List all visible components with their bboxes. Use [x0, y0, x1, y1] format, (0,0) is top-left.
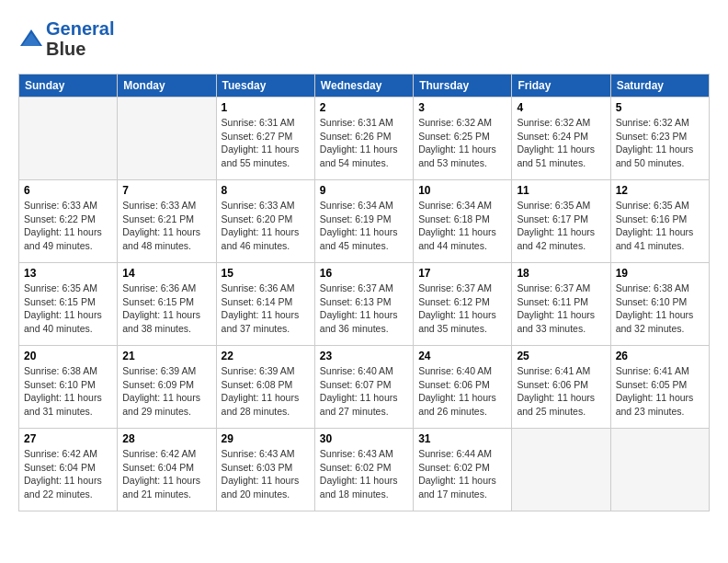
day-info: Sunrise: 6:33 AMSunset: 6:21 PMDaylight:…	[122, 199, 210, 253]
day-info: Sunrise: 6:33 AMSunset: 6:22 PMDaylight:…	[24, 199, 112, 253]
calendar-table: SundayMondayTuesdayWednesdayThursdayFrid…	[18, 74, 710, 511]
day-cell: 22Sunrise: 6:39 AMSunset: 6:08 PMDayligh…	[216, 346, 314, 429]
day-number: 16	[320, 267, 408, 280]
day-number: 24	[418, 350, 506, 362]
day-number: 25	[517, 350, 605, 362]
day-number: 30	[320, 432, 408, 445]
day-cell	[610, 429, 709, 511]
day-number: 5	[616, 101, 704, 114]
day-info: Sunrise: 6:41 AMSunset: 6:06 PMDaylight:…	[517, 364, 605, 419]
day-info: Sunrise: 6:35 AMSunset: 6:15 PMDaylight:…	[24, 282, 112, 336]
day-cell: 25Sunrise: 6:41 AMSunset: 6:06 PMDayligh…	[512, 346, 610, 429]
weekday-header-thursday: Thursday	[414, 75, 512, 98]
day-info: Sunrise: 6:38 AMSunset: 6:10 PMDaylight:…	[616, 282, 704, 336]
day-number: 31	[418, 432, 506, 445]
weekday-header-monday: Monday	[118, 75, 216, 98]
day-cell: 29Sunrise: 6:43 AMSunset: 6:03 PMDayligh…	[216, 429, 314, 511]
day-cell: 3Sunrise: 6:32 AMSunset: 6:25 PMDaylight…	[414, 98, 512, 180]
day-cell: 17Sunrise: 6:37 AMSunset: 6:12 PMDayligh…	[414, 263, 512, 346]
day-cell: 21Sunrise: 6:39 AMSunset: 6:09 PMDayligh…	[118, 346, 216, 429]
day-cell: 26Sunrise: 6:41 AMSunset: 6:05 PMDayligh…	[610, 346, 709, 429]
day-info: Sunrise: 6:31 AMSunset: 6:27 PMDaylight:…	[222, 116, 310, 170]
day-cell: 7Sunrise: 6:33 AMSunset: 6:21 PMDaylight…	[118, 180, 216, 263]
day-cell: 20Sunrise: 6:38 AMSunset: 6:10 PMDayligh…	[19, 346, 118, 429]
day-number: 7	[122, 184, 210, 197]
weekday-header-row: SundayMondayTuesdayWednesdayThursdayFrid…	[19, 75, 710, 98]
day-number: 1	[222, 101, 310, 114]
day-info: Sunrise: 6:32 AMSunset: 6:23 PMDaylight:…	[616, 116, 704, 170]
day-info: Sunrise: 6:33 AMSunset: 6:20 PMDaylight:…	[222, 199, 310, 253]
day-cell	[118, 98, 216, 180]
day-info: Sunrise: 6:37 AMSunset: 6:13 PMDaylight:…	[320, 282, 408, 336]
day-info: Sunrise: 6:40 AMSunset: 6:07 PMDaylight:…	[320, 364, 408, 419]
day-number: 27	[24, 432, 112, 445]
day-info: Sunrise: 6:36 AMSunset: 6:15 PMDaylight:…	[122, 282, 210, 336]
day-info: Sunrise: 6:31 AMSunset: 6:26 PMDaylight:…	[320, 116, 408, 170]
week-row-3: 20Sunrise: 6:38 AMSunset: 6:10 PMDayligh…	[19, 346, 710, 429]
day-cell: 28Sunrise: 6:42 AMSunset: 6:04 PMDayligh…	[118, 429, 216, 511]
day-number: 28	[122, 432, 210, 445]
day-cell: 16Sunrise: 6:37 AMSunset: 6:13 PMDayligh…	[314, 263, 413, 346]
weekday-header-saturday: Saturday	[610, 75, 709, 98]
logo-blue: Blue	[46, 39, 85, 59]
weekday-header-sunday: Sunday	[19, 75, 118, 98]
week-row-1: 6Sunrise: 6:33 AMSunset: 6:22 PMDaylight…	[19, 180, 710, 263]
day-number: 9	[320, 184, 408, 197]
day-cell: 31Sunrise: 6:44 AMSunset: 6:02 PMDayligh…	[414, 429, 512, 511]
day-cell: 19Sunrise: 6:38 AMSunset: 6:10 PMDayligh…	[610, 263, 709, 346]
day-info: Sunrise: 6:38 AMSunset: 6:10 PMDaylight:…	[24, 364, 112, 419]
day-number: 22	[222, 350, 310, 362]
day-info: Sunrise: 6:39 AMSunset: 6:09 PMDaylight:…	[122, 364, 210, 419]
day-number: 15	[222, 267, 310, 280]
day-info: Sunrise: 6:40 AMSunset: 6:06 PMDaylight:…	[418, 364, 506, 419]
day-number: 29	[222, 432, 310, 445]
week-row-4: 27Sunrise: 6:42 AMSunset: 6:04 PMDayligh…	[19, 429, 710, 511]
day-number: 26	[616, 350, 704, 362]
day-cell	[19, 98, 118, 180]
day-number: 2	[320, 101, 408, 114]
day-cell: 1Sunrise: 6:31 AMSunset: 6:27 PMDaylight…	[216, 98, 314, 180]
day-cell: 11Sunrise: 6:35 AMSunset: 6:17 PMDayligh…	[512, 180, 610, 263]
day-info: Sunrise: 6:34 AMSunset: 6:18 PMDaylight:…	[418, 199, 506, 253]
logo: General Blue	[18, 18, 114, 59]
day-info: Sunrise: 6:35 AMSunset: 6:17 PMDaylight:…	[517, 199, 605, 253]
day-info: Sunrise: 6:42 AMSunset: 6:04 PMDaylight:…	[24, 447, 112, 501]
day-number: 4	[517, 101, 605, 114]
day-number: 8	[222, 184, 310, 197]
day-cell: 24Sunrise: 6:40 AMSunset: 6:06 PMDayligh…	[414, 346, 512, 429]
week-row-2: 13Sunrise: 6:35 AMSunset: 6:15 PMDayligh…	[19, 263, 710, 346]
day-info: Sunrise: 6:34 AMSunset: 6:19 PMDaylight:…	[320, 199, 408, 253]
day-cell: 30Sunrise: 6:43 AMSunset: 6:02 PMDayligh…	[314, 429, 413, 511]
day-number: 14	[122, 267, 210, 280]
day-cell: 8Sunrise: 6:33 AMSunset: 6:20 PMDaylight…	[216, 180, 314, 263]
logo-general: General	[46, 18, 114, 39]
day-info: Sunrise: 6:37 AMSunset: 6:11 PMDaylight:…	[517, 282, 605, 336]
day-info: Sunrise: 6:39 AMSunset: 6:08 PMDaylight:…	[222, 364, 310, 419]
day-info: Sunrise: 6:41 AMSunset: 6:05 PMDaylight:…	[616, 364, 704, 419]
week-row-0: 1Sunrise: 6:31 AMSunset: 6:27 PMDaylight…	[19, 98, 710, 180]
day-cell: 27Sunrise: 6:42 AMSunset: 6:04 PMDayligh…	[19, 429, 118, 511]
day-info: Sunrise: 6:32 AMSunset: 6:24 PMDaylight:…	[517, 116, 605, 170]
day-number: 10	[418, 184, 506, 197]
day-cell: 14Sunrise: 6:36 AMSunset: 6:15 PMDayligh…	[118, 263, 216, 346]
day-cell: 13Sunrise: 6:35 AMSunset: 6:15 PMDayligh…	[19, 263, 118, 346]
day-cell: 9Sunrise: 6:34 AMSunset: 6:19 PMDaylight…	[314, 180, 413, 263]
day-cell: 5Sunrise: 6:32 AMSunset: 6:23 PMDaylight…	[610, 98, 709, 180]
day-number: 19	[616, 267, 704, 280]
day-cell	[512, 429, 610, 511]
day-cell: 2Sunrise: 6:31 AMSunset: 6:26 PMDaylight…	[314, 98, 413, 180]
day-cell: 12Sunrise: 6:35 AMSunset: 6:16 PMDayligh…	[610, 180, 709, 263]
page-header: General Blue	[18, 18, 710, 59]
weekday-header-wednesday: Wednesday	[314, 75, 413, 98]
day-cell: 23Sunrise: 6:40 AMSunset: 6:07 PMDayligh…	[314, 346, 413, 429]
day-number: 18	[517, 267, 605, 280]
day-info: Sunrise: 6:32 AMSunset: 6:25 PMDaylight:…	[418, 116, 506, 170]
day-info: Sunrise: 6:44 AMSunset: 6:02 PMDaylight:…	[418, 447, 506, 501]
day-number: 3	[418, 101, 506, 114]
day-number: 21	[122, 350, 210, 362]
day-cell: 6Sunrise: 6:33 AMSunset: 6:22 PMDaylight…	[19, 180, 118, 263]
day-cell: 18Sunrise: 6:37 AMSunset: 6:11 PMDayligh…	[512, 263, 610, 346]
day-info: Sunrise: 6:35 AMSunset: 6:16 PMDaylight:…	[616, 199, 704, 253]
weekday-header-tuesday: Tuesday	[216, 75, 314, 98]
day-cell: 4Sunrise: 6:32 AMSunset: 6:24 PMDaylight…	[512, 98, 610, 180]
